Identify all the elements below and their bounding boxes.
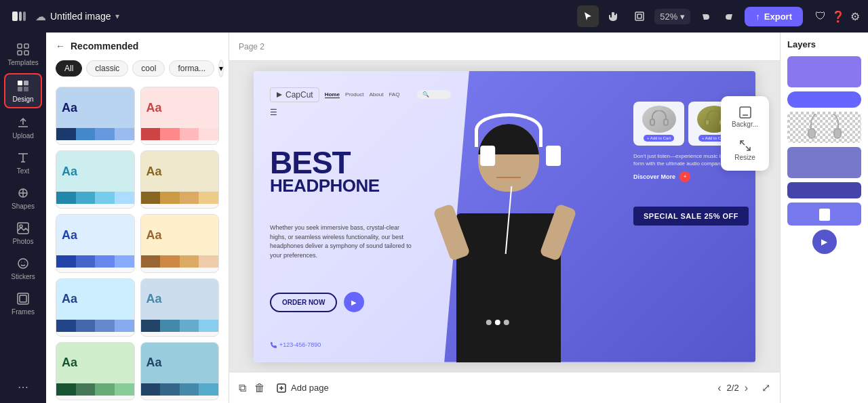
nav-hamburger[interactable]: ☰ — [270, 108, 277, 117]
filter-tab-all[interactable]: All — [56, 60, 82, 77]
layer-item-phone[interactable] — [787, 203, 861, 226]
page-label: Page 2 — [239, 42, 264, 51]
filter-tab-cool[interactable]: cool — [132, 60, 165, 77]
theme-card-10[interactable]: Aa — [140, 342, 220, 400]
theme-grid: Aa Aa — [46, 84, 229, 403]
sidebar-item-more[interactable]: ⋯ — [4, 377, 42, 398]
resize-tool[interactable]: Resize — [729, 135, 761, 165]
page-navigation: ‹ 2/2 › — [717, 382, 748, 394]
ad-left-panel: CapCut Home Product About FAQ 🔍 ☰ — [254, 71, 465, 362]
sidebar-item-upload[interactable]: Upload — [4, 111, 42, 144]
sidebar-item-text[interactable]: Text — [4, 146, 42, 179]
play-button[interactable]: ▶ — [344, 292, 364, 312]
filter-tab-forma[interactable]: forma... — [169, 60, 214, 77]
zoom-chevron-icon: ▾ — [680, 12, 685, 22]
sidebar-item-stickers[interactable]: Stickers — [4, 252, 42, 284]
fit-button[interactable]: ⤢ — [762, 381, 770, 394]
layer-item-3[interactable] — [787, 112, 861, 143]
svg-rect-21 — [650, 119, 654, 125]
filter-more-button[interactable]: ▾ — [218, 60, 224, 77]
svg-rect-3 — [635, 12, 644, 20]
sidebar-item-upload-label: Upload — [12, 132, 34, 140]
layer-item-4[interactable] — [787, 147, 861, 178]
dot-2 — [495, 320, 500, 325]
topbar-tools: 52% ▾ ↑ Export 🛡 ❓ ⚙ — [577, 5, 860, 27]
layers-title: Layers — [787, 39, 861, 49]
svg-rect-27 — [834, 129, 841, 138]
theme-card-4[interactable]: Aa — [140, 150, 220, 209]
canvas-scroll[interactable]: Backgr... Resize — [229, 61, 780, 372]
redo-button[interactable] — [719, 5, 741, 27]
zoom-level: 52% — [660, 12, 677, 22]
add-to-cart-silver[interactable]: + Add to Cart — [644, 135, 674, 142]
theme-card-5[interactable]: Aa — [56, 214, 135, 272]
help-icon[interactable]: ❓ — [831, 10, 845, 23]
sidebar-item-templates[interactable]: Templates — [4, 38, 42, 70]
filter-tab-classic[interactable]: classic — [86, 60, 128, 77]
layer-item-1[interactable] — [787, 56, 861, 87]
nav-about: About — [370, 91, 384, 98]
sidebar-item-frames[interactable]: Frames — [4, 287, 42, 320]
cursor-tool-button[interactable] — [577, 5, 599, 27]
hand-tool-button[interactable] — [603, 5, 625, 27]
theme-card-7[interactable]: Aa — [56, 278, 135, 337]
shield-icon[interactable]: 🛡 — [815, 10, 826, 22]
sidebar-item-photos-label: Photos — [12, 238, 33, 245]
layer-item-play[interactable]: ▶ — [812, 230, 837, 254]
svg-rect-19 — [740, 107, 751, 118]
headphone-card-silver[interactable]: + Add to Cart — [633, 102, 684, 146]
theme-card-3[interactable]: Aa — [56, 150, 135, 209]
svg-rect-7 — [18, 51, 22, 55]
frame-tool-button[interactable] — [629, 5, 650, 27]
ad-logo: CapCut — [270, 87, 319, 102]
svg-rect-9 — [18, 81, 22, 85]
theme-card-8[interactable]: Aa — [140, 278, 220, 337]
svg-rect-4 — [637, 14, 642, 18]
title-area[interactable]: ☁ Untitled image ▾ — [35, 10, 119, 23]
topbar: ☁ Untitled image ▾ 52% ▾ ↑ Export — [0, 0, 868, 33]
prev-page-button[interactable]: ‹ — [717, 382, 721, 394]
nav-home: Home — [325, 91, 340, 98]
next-page-button[interactable]: › — [745, 382, 748, 394]
layer-item-5[interactable] — [787, 182, 861, 198]
svg-rect-11 — [18, 87, 22, 91]
dot-1 — [486, 320, 492, 325]
ad-container: CapCut Home Product About FAQ 🔍 ☰ — [254, 71, 755, 362]
panel-header: ← Recommended — [46, 33, 229, 57]
export-button[interactable]: ↑ Export — [745, 7, 803, 26]
mini-toolbar: Backgr... Resize — [721, 96, 769, 171]
title-chevron-icon: ▾ — [115, 12, 119, 21]
left-panel: ← Recommended All classic cool forma... … — [46, 33, 229, 403]
bottom-bar: ⧉ 🗑 Add page ‹ 2/2 › ⤢ — [229, 372, 780, 403]
duplicate-icon[interactable]: ⧉ — [239, 382, 246, 394]
order-now-button[interactable]: ORDER NOW — [270, 293, 337, 312]
theme-card-6[interactable]: Aa — [140, 214, 220, 272]
zoom-control[interactable]: 52% ▾ — [654, 9, 690, 24]
sidebar-item-design[interactable]: Design — [4, 73, 42, 108]
sidebar-item-photos[interactable]: Photos — [4, 217, 42, 249]
sidebar-item-shapes[interactable]: Shapes — [4, 182, 42, 214]
background-tool[interactable]: Backgr... — [726, 102, 764, 132]
sidebar-icons: Templates Design Upload Text Shapes Phot… — [0, 33, 46, 403]
background-tool-label: Backgr... — [732, 121, 758, 128]
special-sale-banner: SPECIAL SALE 25% OFF — [633, 207, 749, 226]
sidebar-item-templates-label: Templates — [7, 59, 39, 66]
svg-rect-26 — [808, 129, 815, 138]
canvas-page[interactable]: CapCut Home Product About FAQ 🔍 ☰ — [254, 71, 755, 362]
layer-item-2[interactable] — [787, 91, 861, 108]
theme-card-2[interactable]: Aa — [140, 87, 220, 145]
svg-rect-22 — [664, 119, 668, 125]
nav-search[interactable]: 🔍 — [417, 90, 451, 99]
carousel-dots — [486, 320, 509, 325]
svg-rect-14 — [18, 223, 28, 234]
settings-icon[interactable]: ⚙ — [850, 10, 860, 23]
delete-icon[interactable]: 🗑 — [254, 382, 265, 394]
discover-more-button[interactable]: Discover More + — [633, 171, 749, 182]
add-page-button[interactable]: Add page — [276, 383, 329, 394]
canvas-area: Page 2 Backgr... Resize — [229, 33, 780, 403]
panel-back-button[interactable]: ← — [56, 41, 65, 51]
undo-button[interactable] — [694, 5, 716, 27]
theme-card-9[interactable]: Aa — [56, 342, 135, 400]
panel-title: Recommended — [71, 41, 138, 51]
theme-card-1[interactable]: Aa — [56, 87, 135, 145]
